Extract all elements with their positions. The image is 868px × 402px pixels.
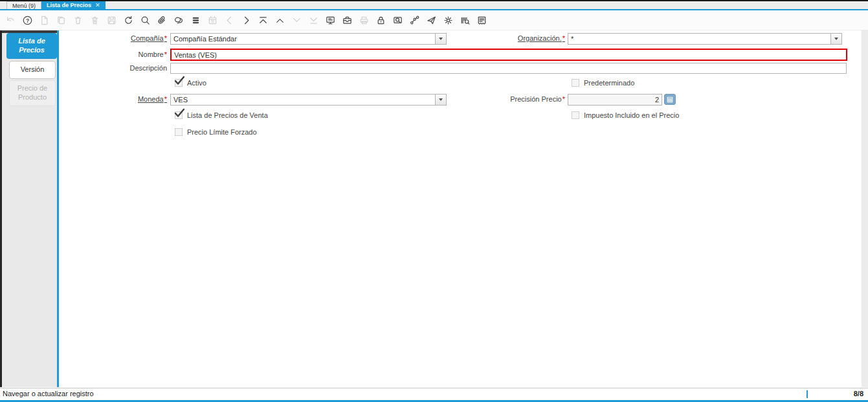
detail-record-icon[interactable] bbox=[240, 14, 252, 26]
compania-label[interactable]: Compañía* bbox=[58, 34, 167, 42]
compania-value: Compañía Estándar bbox=[171, 35, 435, 43]
precision-precio-value: 2 bbox=[568, 96, 662, 104]
moneda-label[interactable]: Moneda* bbox=[58, 95, 167, 103]
delete-record-icon[interactable] bbox=[72, 14, 83, 26]
descripcion-label: Descripción bbox=[58, 64, 167, 72]
report-icon[interactable] bbox=[476, 14, 487, 26]
checkmark-icon bbox=[174, 76, 185, 85]
window-tab-bar: Menú (9) Lista de Precios ✕ bbox=[0, 1, 868, 9]
undo-icon[interactable] bbox=[5, 14, 16, 26]
tab-menu-label: Menú (9) bbox=[12, 2, 36, 10]
status-message: Navegar o actualizar registro bbox=[3, 390, 94, 397]
calculator-icon bbox=[667, 96, 673, 103]
close-icon[interactable]: ✕ bbox=[95, 1, 100, 9]
activo-checkbox[interactable] bbox=[175, 79, 183, 87]
record-indicator: 8/8 bbox=[854, 390, 863, 397]
archive-icon[interactable] bbox=[341, 14, 353, 26]
sidebar-accent-line bbox=[57, 30, 59, 387]
last-record-icon[interactable] bbox=[307, 14, 319, 26]
organizacion-dropdown-button[interactable] bbox=[830, 34, 841, 44]
save-icon[interactable] bbox=[106, 14, 117, 26]
lista-precios-venta-checkbox[interactable] bbox=[175, 111, 183, 119]
activo-label: Activo bbox=[187, 79, 206, 87]
chevron-down-icon bbox=[439, 38, 443, 40]
chat-icon[interactable] bbox=[173, 14, 184, 26]
descripcion-field[interactable] bbox=[170, 63, 847, 74]
chevron-down-icon bbox=[439, 98, 443, 101]
sidebar-tab-label: Precio de Producto bbox=[10, 84, 55, 102]
compania-field[interactable]: Compañía Estándar bbox=[170, 33, 447, 45]
moneda-dropdown-button[interactable] bbox=[435, 95, 446, 105]
predeterminado-label: Predeterminado bbox=[584, 79, 634, 87]
nombre-value: Ventas (VES) bbox=[172, 51, 846, 59]
organizacion-label[interactable]: Organización.* bbox=[456, 34, 565, 42]
moneda-field[interactable]: VES bbox=[170, 94, 447, 106]
copy-record-icon[interactable] bbox=[55, 14, 67, 26]
nombre-label: Nombre* bbox=[58, 50, 167, 58]
precio-limite-forzado-checkbox[interactable] bbox=[175, 128, 183, 136]
organizacion-value: * bbox=[568, 35, 830, 43]
print-icon[interactable] bbox=[358, 14, 370, 26]
help-icon[interactable]: ? bbox=[21, 14, 33, 26]
settings-icon[interactable] bbox=[442, 14, 454, 26]
app-window: Menú (9) Lista de Precios ✕ ? 31 bbox=[0, 0, 868, 402]
organizacion-field[interactable]: * bbox=[568, 33, 842, 45]
sidebar-tab-label: Lista de Precios bbox=[6, 37, 57, 55]
precision-precio-field[interactable]: 2 bbox=[568, 94, 662, 106]
precision-precio-label: Precisión Precio* bbox=[456, 95, 565, 103]
find-icon[interactable] bbox=[139, 14, 151, 26]
refresh-icon[interactable] bbox=[122, 14, 134, 26]
sidebar-tab-precio-de-producto: Precio de Producto bbox=[9, 80, 56, 106]
presentation-icon[interactable] bbox=[324, 14, 336, 26]
first-record-icon[interactable] bbox=[257, 14, 269, 26]
delete-selection-icon[interactable] bbox=[89, 14, 100, 26]
lock-icon[interactable] bbox=[375, 14, 386, 26]
barcode-search-icon[interactable] bbox=[459, 14, 471, 26]
tab-menu[interactable]: Menú (9) bbox=[6, 1, 41, 9]
attachment-icon[interactable] bbox=[156, 14, 168, 26]
new-record-icon[interactable] bbox=[38, 14, 50, 26]
tab-lista-label: Lista de Precios bbox=[47, 1, 91, 9]
tab-lista-de-precios[interactable]: Lista de Precios ✕ bbox=[41, 1, 106, 9]
sidebar-tab-lista-de-precios[interactable]: Lista de Precios bbox=[6, 33, 57, 59]
svg-text:31: 31 bbox=[210, 19, 214, 23]
nombre-field[interactable]: Ventas (VES) bbox=[170, 49, 847, 61]
chevron-down-icon bbox=[834, 38, 838, 40]
checkmark-icon bbox=[174, 108, 185, 118]
impuesto-incluido-label: Impuesto Incluido en el Precio bbox=[584, 111, 679, 119]
sidebar-tab-panel: Lista de Precios Versión Precio de Produ… bbox=[2, 30, 57, 387]
workflow-icon[interactable] bbox=[408, 14, 420, 26]
toolbar: ? 31 bbox=[0, 10, 868, 30]
precio-limite-forzado-label: Precio Límite Forzado bbox=[187, 128, 257, 136]
sidebar-tab-label: Versión bbox=[21, 65, 45, 74]
compania-dropdown-button[interactable] bbox=[435, 34, 446, 44]
zoom-across-icon[interactable] bbox=[392, 14, 403, 26]
vertical-scrollbar[interactable] bbox=[862, 30, 868, 387]
predeterminado-checkbox[interactable] bbox=[572, 79, 579, 87]
sidebar-tab-version[interactable]: Versión bbox=[9, 61, 56, 79]
calculator-button[interactable] bbox=[664, 94, 676, 105]
previous-record-icon[interactable] bbox=[274, 14, 285, 26]
status-bar: Navegar o actualizar registro 8/8 bbox=[0, 388, 868, 400]
grid-toggle-icon[interactable] bbox=[190, 14, 201, 26]
impuesto-incluido-checkbox[interactable] bbox=[572, 111, 579, 119]
moneda-value: VES bbox=[171, 96, 435, 104]
parent-record-icon[interactable] bbox=[223, 14, 235, 26]
next-record-icon[interactable] bbox=[291, 14, 302, 26]
svg-text:?: ? bbox=[25, 17, 28, 23]
send-icon[interactable] bbox=[425, 14, 437, 26]
lista-precios-venta-label: Lista de Precios de Venta bbox=[187, 111, 268, 119]
calendar-icon[interactable]: 31 bbox=[206, 14, 218, 26]
status-separator bbox=[807, 390, 808, 398]
